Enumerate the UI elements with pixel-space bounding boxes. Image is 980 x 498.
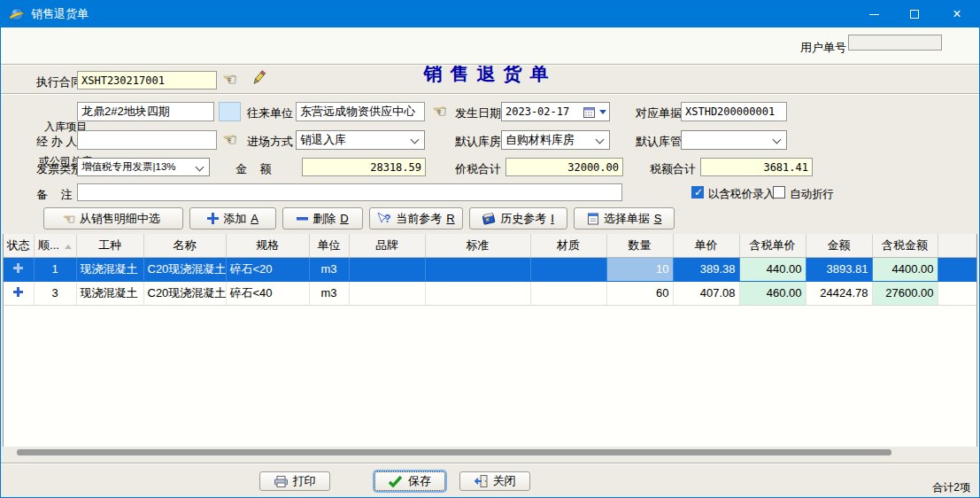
grid-header-row: 状态 顺... 工种 名称 规格 单位 品牌 标准 材质 数量 单价 含税单价 … xyxy=(4,234,977,257)
divider xyxy=(1,64,979,66)
col-price[interactable]: 单价 xyxy=(673,234,739,257)
cell-standard[interactable] xyxy=(425,257,530,281)
keeper-select[interactable] xyxy=(681,130,787,150)
delete-row-button[interactable]: 删除D xyxy=(282,207,363,230)
close-button[interactable]: × xyxy=(940,1,974,27)
col-qty[interactable]: 数量 xyxy=(606,234,673,257)
book-icon xyxy=(482,213,496,225)
cell-name[interactable]: C20现浇混凝土 xyxy=(143,257,226,281)
cell-unit[interactable]: m3 xyxy=(309,281,349,305)
total-with-tax-label: 价税合计 xyxy=(455,161,501,177)
col-amount-with-tax[interactable]: 含税金额 xyxy=(872,234,938,257)
cell-price[interactable]: 389.38 xyxy=(673,257,739,281)
maximize-button[interactable] xyxy=(898,1,931,27)
minimize-button[interactable] xyxy=(857,1,891,27)
user-no-label: 用户单号 xyxy=(800,40,846,56)
entry-mode-select[interactable] xyxy=(296,130,425,150)
entry-mode-label: 进场方式 xyxy=(247,134,293,150)
col-seq[interactable]: 顺... xyxy=(34,234,76,257)
handler-input[interactable] xyxy=(77,130,217,150)
handler-pick-hand-icon[interactable]: ☜ xyxy=(222,131,236,147)
cell-filler xyxy=(938,281,977,305)
contract-pick-hand-icon[interactable]: ☜ xyxy=(222,71,236,87)
invoice-type-value[interactable] xyxy=(78,159,209,175)
col-price-with-tax[interactable]: 含税单价 xyxy=(739,234,806,257)
cell-price[interactable]: 407.08 xyxy=(673,281,739,305)
cell-spec[interactable]: 碎石<20 xyxy=(226,257,309,281)
pick-from-sales-detail-button[interactable]: ☜ 从销售明细中选 xyxy=(43,207,183,230)
cell-amount[interactable]: 3893.81 xyxy=(806,257,872,281)
tax-total-label: 税额合计 xyxy=(650,161,696,177)
cell-brand[interactable] xyxy=(349,281,425,305)
project-input[interactable] xyxy=(77,102,214,121)
add-row-button[interactable]: 添加A xyxy=(189,207,276,230)
table-row[interactable]: 3 现浇混凝土 C20现浇混凝土 碎石<40 m3 60 407.08 460.… xyxy=(4,281,977,305)
user-no-field[interactable] xyxy=(848,35,942,51)
app-globe-icon xyxy=(9,6,25,22)
line-items-grid[interactable]: 状态 顺... 工种 名称 规格 单位 品牌 标准 材质 数量 单价 含税单价 … xyxy=(3,234,977,447)
cell-trade[interactable]: 现浇混凝土 xyxy=(76,281,143,305)
col-spec[interactable]: 规格 xyxy=(226,234,309,257)
edit-pencil-icon[interactable] xyxy=(250,69,267,87)
col-amount[interactable]: 金额 xyxy=(806,234,872,257)
horizontal-scrollbar[interactable] xyxy=(17,449,891,455)
cell-filler xyxy=(938,257,977,281)
cell-amount[interactable]: 24424.78 xyxy=(806,281,872,305)
dropdown-arrow-icon xyxy=(599,110,606,114)
cell-spec[interactable]: 碎石<40 xyxy=(226,281,309,305)
keeper-label: 默认库管 xyxy=(636,134,682,150)
col-standard[interactable]: 标准 xyxy=(425,234,530,257)
warehouse-select[interactable] xyxy=(501,130,610,150)
col-brand[interactable]: 品牌 xyxy=(349,234,425,257)
counterparty-pick-hand-icon[interactable]: ☜ xyxy=(432,103,446,119)
cell-material[interactable] xyxy=(530,257,606,281)
entry-mode-value[interactable] xyxy=(297,131,424,149)
table-row[interactable]: 1 现浇混凝土 C20现浇混凝土 碎石<20 m3 10 389.38 440.… xyxy=(4,257,977,281)
cell-amount-with-tax[interactable]: 4400.00 xyxy=(872,257,938,281)
cell-qty[interactable]: 10 xyxy=(606,257,673,281)
select-documents-button[interactable]: 选择单据S xyxy=(574,207,675,230)
plus-icon xyxy=(207,213,219,224)
cell-price-with-tax[interactable]: 460.00 xyxy=(739,281,806,305)
cell-seq[interactable]: 1 xyxy=(34,257,76,281)
cell-seq[interactable]: 3 xyxy=(34,281,76,305)
cell-unit[interactable]: m3 xyxy=(309,257,349,281)
cell-name[interactable]: C20现浇混凝土 xyxy=(143,281,226,305)
col-unit[interactable]: 单位 xyxy=(309,234,349,257)
notepad-icon xyxy=(587,212,599,225)
cell-trade[interactable]: 现浇混凝土 xyxy=(76,257,143,281)
col-name[interactable]: 名称 xyxy=(143,234,226,257)
warehouse-value[interactable] xyxy=(502,131,609,149)
print-button[interactable]: 打印 xyxy=(259,471,330,491)
cursor-question-icon: ? xyxy=(377,212,391,225)
cell-brand[interactable] xyxy=(349,257,425,281)
tax-entry-checkbox[interactable] xyxy=(691,186,704,198)
occur-date-picker[interactable] xyxy=(501,102,610,121)
cell-price-with-tax[interactable]: 440.00 xyxy=(739,257,806,281)
window-title: 销售退货单 xyxy=(31,1,89,27)
col-trade[interactable]: 工种 xyxy=(76,234,143,257)
cell-qty[interactable]: 60 xyxy=(606,281,673,305)
cell-standard[interactable] xyxy=(425,281,530,305)
col-material[interactable]: 材质 xyxy=(530,234,606,257)
remark-label: 备 注 xyxy=(36,187,72,203)
divider xyxy=(1,463,979,464)
col-status[interactable]: 状态 xyxy=(4,234,34,257)
contract-input[interactable] xyxy=(77,71,217,89)
current-reference-button[interactable]: ? 当前参考R xyxy=(369,207,463,230)
cell-amount-with-tax[interactable]: 27600.00 xyxy=(872,281,938,305)
svg-text:?: ? xyxy=(384,213,390,225)
occur-date-label: 发生日期 xyxy=(455,105,501,121)
cell-material[interactable] xyxy=(530,281,606,305)
autowrap-checkbox-label: 自动折行 xyxy=(790,187,834,202)
ref-doc-input[interactable] xyxy=(681,102,787,121)
autowrap-checkbox[interactable] xyxy=(773,186,785,198)
save-button[interactable]: 保存 xyxy=(374,471,445,491)
remark-input[interactable] xyxy=(77,183,622,201)
close-window-button[interactable]: 关闭 xyxy=(459,471,530,491)
keeper-value[interactable] xyxy=(682,131,786,149)
invoice-type-select[interactable] xyxy=(77,158,210,176)
history-reference-button[interactable]: 历史参考I xyxy=(469,207,567,230)
calendar-icon xyxy=(583,106,595,118)
counterparty-input[interactable] xyxy=(296,102,425,121)
